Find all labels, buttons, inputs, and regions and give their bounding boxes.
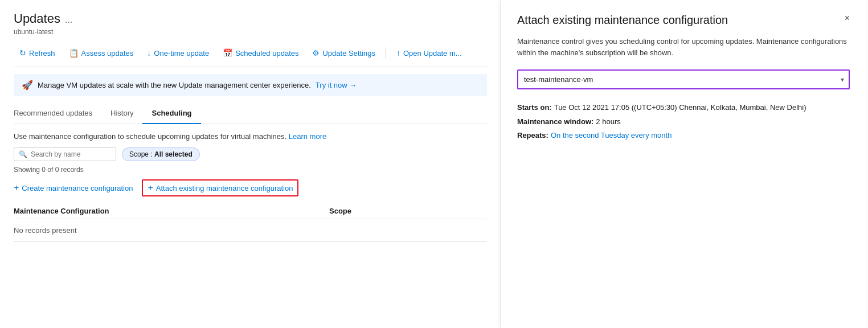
maintenance-window-row: Maintenance window: 2 hours bbox=[517, 115, 850, 129]
tab-bar: Recommended updates History Scheduling bbox=[14, 104, 487, 124]
open-update-manager-button[interactable]: ↑ Open Update m... bbox=[391, 45, 468, 61]
calendar-icon: 📅 bbox=[223, 48, 232, 58]
section-description: Use maintenance configuration to schedul… bbox=[14, 132, 487, 141]
refresh-icon: ↻ bbox=[19, 48, 26, 58]
repeats-value: On the second Tuesday every month bbox=[551, 129, 672, 143]
panel-description: Maintenance control gives you scheduling… bbox=[517, 36, 850, 58]
tab-recommended-updates[interactable]: Recommended updates bbox=[14, 104, 101, 124]
maintenance-window-value: 2 hours bbox=[596, 115, 620, 129]
tab-history[interactable]: History bbox=[101, 104, 142, 124]
arrow-up-icon: ↑ bbox=[396, 48, 400, 58]
close-panel-button[interactable]: × bbox=[845, 14, 850, 23]
repeats-label: Repeats: bbox=[517, 129, 548, 143]
search-input[interactable] bbox=[31, 150, 111, 158]
onetime-update-button[interactable]: ↓ One-time update bbox=[141, 45, 215, 61]
starts-on-value: Tue Oct 12 2021 17:05 ((UTC+05:30) Chenn… bbox=[554, 101, 806, 115]
col-header-scope: Scope bbox=[329, 207, 487, 215]
config-dropdown-row: test-maintenance-vm ▾ bbox=[517, 69, 850, 89]
rocket-icon: 🚀 bbox=[22, 80, 33, 91]
config-dropdown[interactable]: test-maintenance-vm bbox=[517, 69, 850, 89]
scheduled-updates-button[interactable]: 📅 Scheduled updates bbox=[217, 45, 304, 61]
attach-existing-config-button[interactable]: + Attach existing maintenance configurat… bbox=[142, 179, 298, 196]
search-icon: 🔍 bbox=[19, 150, 27, 158]
assess-updates-button[interactable]: 📋 Assess updates bbox=[63, 45, 140, 61]
learn-more-link[interactable]: Learn more bbox=[289, 132, 326, 141]
action-row: + Create maintenance configuration + Att… bbox=[14, 179, 487, 196]
starts-on-label: Starts on: bbox=[517, 101, 552, 115]
update-settings-button[interactable]: ⚙ Update Settings bbox=[306, 45, 381, 61]
search-box[interactable]: 🔍 bbox=[14, 147, 116, 161]
config-details: Starts on: Tue Oct 12 2021 17:05 ((UTC+0… bbox=[517, 101, 850, 143]
starts-on-row: Starts on: Tue Oct 12 2021 17:05 ((UTC+0… bbox=[517, 101, 850, 115]
plus-icon-attach: + bbox=[148, 183, 153, 193]
maintenance-window-label: Maintenance window: bbox=[517, 115, 593, 129]
page-menu-trigger[interactable]: ... bbox=[65, 15, 72, 25]
create-maintenance-config-button[interactable]: + Create maintenance configuration bbox=[14, 183, 133, 193]
panel-title: Attach existing maintenance configuratio… bbox=[517, 14, 845, 27]
left-panel: Updates ... ubuntu-latest ↻ Refresh 📋 As… bbox=[0, 0, 501, 328]
records-count: Showing 0 of 0 records bbox=[14, 166, 487, 174]
refresh-button[interactable]: ↻ Refresh bbox=[14, 45, 61, 61]
col-header-config: Maintenance Configuration bbox=[14, 207, 329, 215]
try-it-now-link[interactable]: Try it now → bbox=[316, 81, 357, 89]
tab-scheduling[interactable]: Scheduling bbox=[142, 104, 200, 124]
table-empty-message: No records present bbox=[14, 219, 487, 242]
scope-filter-badge[interactable]: Scope : All selected bbox=[122, 147, 200, 161]
repeats-row: Repeats: On the second Tuesday every mon… bbox=[517, 129, 850, 143]
page-subtitle: ubuntu-latest bbox=[14, 28, 487, 36]
right-panel: Attach existing maintenance configuratio… bbox=[501, 0, 866, 328]
page-title: Updates bbox=[14, 11, 60, 26]
info-banner: 🚀 Manage VM updates at scale with the ne… bbox=[14, 74, 487, 96]
clipboard-icon: 📋 bbox=[69, 48, 79, 58]
config-dropdown-wrapper: test-maintenance-vm ▾ bbox=[517, 69, 850, 89]
table-header: Maintenance Configuration Scope bbox=[14, 203, 487, 219]
toolbar-separator bbox=[386, 47, 386, 59]
panel-header: Attach existing maintenance configuratio… bbox=[517, 14, 850, 27]
gear-icon: ⚙ bbox=[312, 48, 320, 58]
plus-icon: + bbox=[14, 183, 19, 193]
filter-row: 🔍 Scope : All selected bbox=[14, 147, 487, 161]
toolbar: ↻ Refresh 📋 Assess updates ↓ One-time up… bbox=[14, 45, 487, 67]
download-icon: ↓ bbox=[147, 48, 151, 58]
